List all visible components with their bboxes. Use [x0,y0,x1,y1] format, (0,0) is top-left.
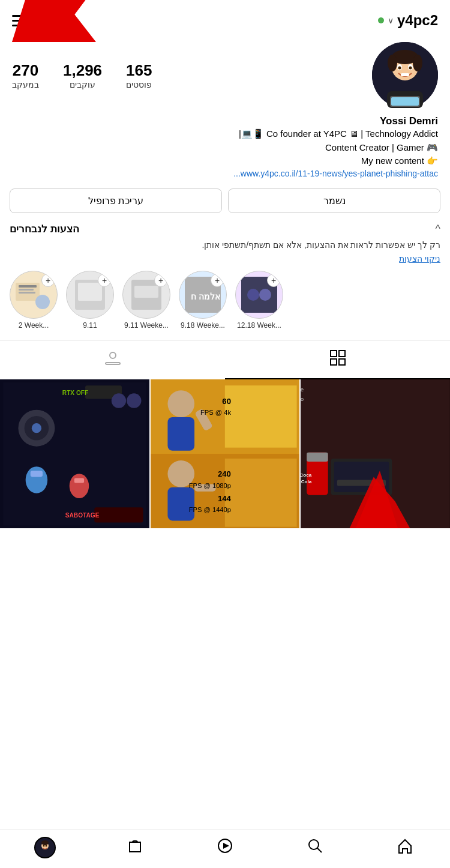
post-cell[interactable]: Coca Cola t take my credit card, go buy … [301,379,450,529]
action-buttons: עריכת פרופיל נשמר [0,179,450,213]
highlight-item[interactable]: + 9.11 [66,271,114,330]
highlight-plus-icon[interactable]: + [98,274,111,287]
highlight-item[interactable]: + 9.11 Weeke... [122,271,170,330]
following-label: במעקב [12,80,39,89]
display-name: Yossi Demri [12,115,438,127]
top-bar-left: 1 ⊕ [12,11,58,30]
svg-point-27 [247,289,259,301]
highlight-circle[interactable]: + [10,271,58,319]
svg-rect-32 [339,351,345,357]
post-2-image: 60 FPS @ 4k 240 FPS @ 1080p 144 FPS @ 14… [151,379,300,529]
svg-text:144: 144 [218,493,232,502]
post-3-image: RTX OFF SABOTAGE [0,379,149,529]
top-bar: 1 ⊕ ∨ y4pc2 [0,0,450,36]
chevron-up-icon[interactable]: ^ [436,223,440,235]
stat-following[interactable]: 270 במעקב [12,61,39,89]
tab-grid[interactable] [225,341,450,379]
highlight-label: 9.11 Weeke... [124,321,169,330]
post-cell[interactable]: RTX OFF SABOTAGE [0,379,149,529]
svg-rect-11 [401,73,409,76]
bio-line2: 🎮 Content Creator | Gamer [12,141,438,155]
svg-point-76 [112,393,126,408]
highlight-item[interactable]: + 2 Week... [10,271,58,330]
bottom-nav [0,829,450,868]
highlight-plus-icon[interactable]: + [211,274,224,287]
nav-shop[interactable] [117,836,153,860]
svg-rect-21 [78,283,102,301]
svg-point-29 [110,352,116,358]
highlight-label: 9.11 [83,321,97,330]
edit-profile-button[interactable]: עריכת פרופיל [10,188,222,213]
grid-icon [329,349,346,370]
highlight-label: 2 Week... [19,321,49,330]
highlight-plus-icon[interactable]: + [267,274,280,287]
svg-text:FPS @ 1080p: FPS @ 1080p [188,481,230,489]
svg-point-68 [26,466,48,493]
svg-marker-84 [223,843,229,849]
highlight-plus-icon[interactable]: + [154,274,167,287]
svg-text:Coca: Coca [301,472,312,478]
nav-avatar[interactable] [34,837,56,858]
avatar[interactable] [372,42,438,108]
svg-text:t take my credit card, go buy : t take my credit card, go buy me [301,387,304,393]
shop-icon [127,837,143,858]
highlight-plus-icon[interactable]: + [41,274,55,287]
online-indicator [378,17,384,23]
bio-line3: 👉 My new content [12,154,438,168]
followers-count: 1,296 [63,61,102,80]
nav-search[interactable] [297,836,333,860]
posts-label: פוסטים [126,80,152,89]
svg-rect-74 [94,507,143,522]
svg-rect-58 [225,458,297,526]
hamburger-wrap[interactable]: 1 [12,15,29,26]
username-display: y4pc2 [397,12,438,29]
bio-line1: Co founder at Y4PC 🖥 | Technology Addict… [12,127,438,141]
clean-highlights-link[interactable]: ניקוי הצעות [10,254,440,264]
highlights-header: ^ הצעות לנבחרים [10,223,440,235]
tab-tagged[interactable] [0,341,225,379]
svg-text:FPS @ 4k: FPS @ 4k [200,408,231,415]
svg-point-85 [309,840,319,849]
svg-rect-18 [19,292,35,294]
nav-avatar-svg [35,838,55,857]
followers-label: עוקבים [63,80,102,89]
highlight-circle[interactable]: + [235,271,283,319]
highlight-circle[interactable]: + אלמה ח [179,271,227,319]
nav-profile[interactable] [27,836,63,860]
add-post-button[interactable]: ⊕ [38,11,58,30]
avatar-svg [372,42,438,108]
post-cell[interactable]: 60 FPS @ 4k 240 FPS @ 1080p 144 FPS @ 14… [151,379,300,529]
stat-posts[interactable]: 165 פוסטים [126,61,152,89]
highlights-title: הצעות לנבחרים [10,223,79,235]
highlight-circle[interactable]: + [122,271,170,319]
highlight-item[interactable]: + 12.18 Week... [235,271,283,330]
post-1-image: Coca Cola t take my credit card, go buy … [301,379,450,529]
chevron-down-icon[interactable]: ∨ [388,16,394,25]
bio-link[interactable]: www.y4pc.co.il/11-19-news/yes-planet-phi… [233,169,438,178]
nav-reels[interactable] [207,836,243,860]
nav-home[interactable] [387,836,423,860]
highlights-scroll: + 2 Week... + [10,271,440,334]
stat-followers[interactable]: 1,296 עוקבים [63,61,102,89]
svg-point-6 [413,55,422,71]
svg-text:אלמה ח: אלמה ח [191,292,220,301]
highlight-item[interactable]: + אלמה ח 9.18 Weeke... [179,271,227,330]
highlight-circle[interactable]: + [66,271,114,319]
svg-point-80 [41,840,49,845]
svg-rect-71 [74,478,84,483]
person-icon [104,349,121,370]
page-root: 1 ⊕ ∨ y4pc2 270 במעקב 1,296 עו [0,0,450,576]
svg-rect-16 [19,285,37,288]
svg-rect-49 [167,417,194,450]
svg-rect-51 [225,385,297,448]
svg-text:SABOTAGE: SABOTAGE [65,512,100,519]
highlights-section: ^ הצעות לנבחרים רק לך יש אפשרות לראות את… [0,213,450,334]
reels-icon [217,837,233,858]
profile-section: 270 במעקב 1,296 עוקבים 165 פוסטים [0,36,450,108]
bio-section: Yossi Demri Co founder at Y4PC 🖥 | Techn… [0,108,450,179]
search-icon [307,837,323,858]
follow-button[interactable]: נשמר [228,188,440,213]
highlight-label: 9.18 Weeke... [181,321,225,330]
svg-point-9 [398,67,401,70]
svg-text:RTX OFF: RTX OFF [62,390,88,396]
